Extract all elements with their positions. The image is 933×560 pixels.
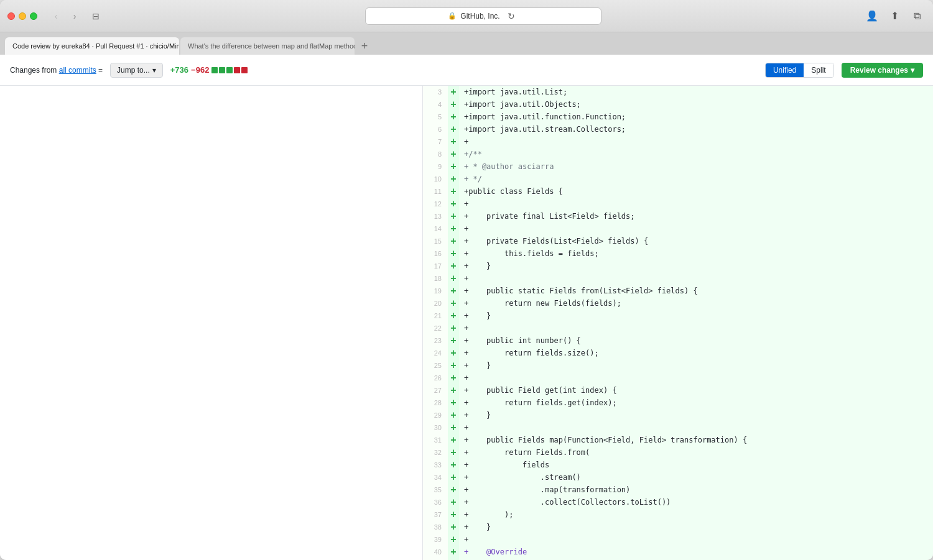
browser-titlebar: ‹ › ⊟ 🔒 GitHub, Inc. ↻ 👤 ⬆ ⧉ [0,0,933,32]
table-row: 39++ [423,533,933,546]
table-row: 31++ public Fields map(Function<Field, F… [423,434,933,446]
table-row: 20++ return new Fields(fields); [423,297,933,310]
tab-pr-label: Code review by eureka84 · Pull Request #… [12,42,179,50]
table-row: 27++ public Field get(int index) { [423,384,933,397]
table-row: 15++ private Fields(List<Field> fields) … [423,235,933,247]
tab-pr[interactable]: Code review by eureka84 · Pull Request #… [5,37,179,55]
minimize-button[interactable] [19,12,26,20]
maximize-button[interactable] [30,12,37,20]
table-row: 35++ .map(transformation) [423,484,933,496]
unified-view-button[interactable]: Unified [766,63,804,77]
deletions-count: −962 [191,65,209,75]
forward-button[interactable]: › [66,10,83,22]
table-row: 29++ } [423,409,933,421]
review-changes-button[interactable]: Review changes ▾ [842,63,923,78]
tabs-bar: Code review by eureka84 · Pull Request #… [0,32,933,55]
diff-code-panel[interactable]: 3++import java.util.List;4++import java.… [423,86,933,560]
split-view-button[interactable]: Split [804,63,833,77]
nav-buttons: ‹ › [47,10,83,22]
address-bar[interactable]: 🔒 GitHub, Inc. ↻ [365,7,601,25]
address-text: GitHub, Inc. [460,12,499,21]
back-button[interactable]: ‹ [47,10,65,22]
table-row: 30++ [423,421,933,434]
table-row: 26++ [423,372,933,384]
table-row: 16++ this.fields = fields; [423,247,933,260]
additions-count: +736 [170,65,188,75]
stat-block-1 [211,67,218,73]
diff-stats: +736 −962 [170,65,248,75]
diff-sidebar-panel [0,86,423,560]
main-content: Changes from all commits = Jump to... ▾ … [0,55,933,560]
profile-button[interactable]: 👤 [863,7,881,25]
table-row: 28++ return fields.get(index); [423,397,933,409]
tab-so-label: What's the difference between map and fl… [188,42,355,50]
diff-content: 3++import java.util.List;4++import java.… [0,86,933,560]
table-row: 4++import java.util.Objects; [423,98,933,111]
stat-block-4 [234,67,240,73]
table-row: 34++ .stream() [423,471,933,484]
lock-icon: 🔒 [448,12,457,20]
table-row: 32++ return Fields.from( [423,446,933,459]
diff-toolbar: Changes from all commits = Jump to... ▾ … [0,55,933,86]
table-row: 10++ */ [423,173,933,185]
table-row: 36++ .collect(Collectors.toList()) [423,496,933,508]
tab-so[interactable]: What's the difference between map and fl… [180,37,355,55]
table-row: 14++ [423,223,933,235]
changes-from-label: Changes from all commits = [10,66,103,75]
table-row: 22++ [423,322,933,334]
table-row: 24++ return fields.size(); [423,347,933,359]
table-row: 23++ public int number() { [423,334,933,347]
table-row: 5++import java.util.function.Function; [423,111,933,123]
table-row: 40++ @Override [423,546,933,558]
all-commits-link[interactable]: all commits [59,66,96,75]
address-bar-container: 🔒 GitHub, Inc. ↻ [108,7,858,25]
jump-to-button[interactable]: Jump to... ▾ [110,63,163,78]
stat-block-3 [226,67,233,73]
traffic-lights [7,12,37,20]
table-row: 18++ [423,272,933,285]
browser-window: ‹ › ⊟ 🔒 GitHub, Inc. ↻ 👤 ⬆ ⧉ Code review… [0,0,933,560]
table-row: 17++ } [423,260,933,272]
table-row: 33++ fields [423,459,933,471]
new-window-button[interactable]: ⧉ [908,7,926,25]
chevron-down-icon: ▾ [152,66,156,75]
table-row: 21++ } [423,310,933,322]
table-row: 13++ private final List<Field> fields; [423,210,933,223]
table-row: 11++public class Fields { [423,185,933,198]
share-button[interactable]: ⬆ [886,7,903,25]
code-lines-container: 3++import java.util.List;4++import java.… [423,86,933,560]
toolbar-right: 👤 ⬆ ⧉ [863,7,926,25]
table-row: 19++ public static Fields from(List<Fiel… [423,285,933,297]
stat-blocks [211,67,248,73]
table-row: 12++ [423,198,933,210]
table-row: 9++ * @author asciarra [423,160,933,173]
sidebar-toggle-button[interactable]: ⊟ [88,10,103,22]
table-row: 8++/** [423,148,933,160]
table-row: 7++ [423,135,933,148]
table-row: 25++ } [423,359,933,372]
close-button[interactable] [7,12,15,20]
view-toggle: Unified Split [765,63,834,78]
stat-block-2 [219,67,225,73]
dropdown-icon: ▾ [911,66,914,75]
stat-block-5 [241,67,248,73]
new-tab-button[interactable]: + [356,37,373,55]
table-row: 3++import java.util.List; [423,86,933,98]
table-row: 37++ ); [423,508,933,521]
reload-button[interactable]: ↻ [504,9,519,24]
table-row: 6++import java.util.stream.Collectors; [423,123,933,135]
table-row: 38++ } [423,521,933,533]
